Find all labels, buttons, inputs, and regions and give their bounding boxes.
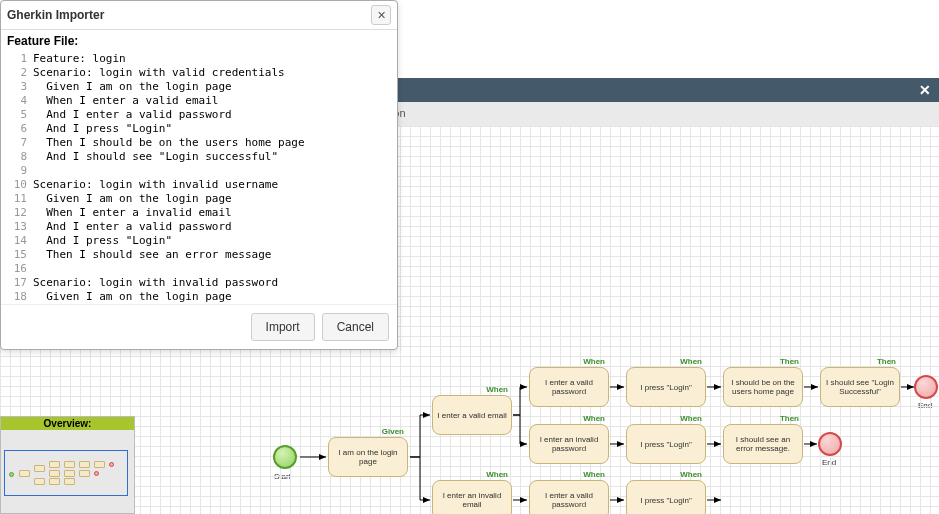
code-text: And I press "Login" [33, 122, 172, 136]
code-text: Then I should see an error message [33, 248, 271, 262]
overview-node [64, 478, 75, 485]
code-line[interactable]: 7 Then I should be on the users home pag… [7, 136, 391, 150]
end-node-1[interactable] [914, 375, 938, 399]
code-text: And I should see "Login successful" [33, 150, 278, 164]
code-line[interactable]: 12 When I enter a invalid email [7, 206, 391, 220]
code-line[interactable]: 10Scenario: login with invalid username [7, 178, 391, 192]
cancel-button[interactable]: Cancel [322, 313, 389, 341]
overview-node [79, 470, 90, 477]
node-type-label: Then [877, 357, 896, 366]
code-text: Scenario: login with invalid password [33, 276, 278, 290]
node-text: I press "Login" [640, 383, 691, 392]
code-text: And I enter a valid password [33, 220, 232, 234]
node-press-login-1[interactable]: When I press "Login" [626, 367, 706, 407]
code-text: When I enter a valid email [33, 94, 218, 108]
node-text: I enter an invalid email [437, 491, 507, 509]
overview-end-icon [94, 471, 99, 476]
line-number: 7 [7, 136, 33, 150]
overview-body[interactable] [1, 430, 134, 514]
line-number: 18 [7, 290, 33, 302]
code-line[interactable]: 2Scenario: login with valid credentials [7, 66, 391, 80]
code-text: And I press "Login" [33, 234, 172, 248]
node-press-login-3[interactable]: When I press "Login" [626, 480, 706, 514]
overview-node [49, 470, 60, 477]
start-node[interactable] [273, 445, 297, 469]
node-type-label: When [680, 470, 702, 479]
line-number: 14 [7, 234, 33, 248]
node-users-home[interactable]: Then I should be on the users home page [723, 367, 803, 407]
node-text: I enter a valid password [534, 378, 604, 396]
overview-start-icon [9, 472, 14, 477]
line-number: 16 [7, 262, 33, 276]
dialog-close-button[interactable]: ✕ [371, 5, 391, 25]
node-type-label: Given [382, 427, 404, 436]
node-invalid-email[interactable]: When I enter an invalid email [432, 480, 512, 514]
dialog-title: Gherkin Importer [7, 8, 104, 22]
code-line[interactable]: 18 Given I am on the login page [7, 290, 391, 302]
code-line[interactable]: 13 And I enter a valid password [7, 220, 391, 234]
node-type-label: When [583, 357, 605, 366]
code-line[interactable]: 16 [7, 262, 391, 276]
overview-node [34, 465, 45, 472]
code-line[interactable]: 8 And I should see "Login successful" [7, 150, 391, 164]
node-valid-password-2[interactable]: When I enter a valid password [529, 480, 609, 514]
code-text: Given I am on the login page [33, 290, 232, 302]
node-login-successful[interactable]: Then I should see "Login Successful" [820, 367, 900, 407]
close-icon[interactable]: ✕ [919, 82, 931, 98]
code-line[interactable]: 5 And I enter a valid password [7, 108, 391, 122]
node-type-label: When [583, 414, 605, 423]
line-number: 4 [7, 94, 33, 108]
node-text: I enter a valid password [534, 491, 604, 509]
code-line[interactable]: 3 Given I am on the login page [7, 80, 391, 94]
line-number: 9 [7, 164, 33, 178]
line-number: 1 [7, 52, 33, 66]
line-number: 13 [7, 220, 33, 234]
node-valid-email[interactable]: When I enter a valid email [432, 395, 512, 435]
code-line[interactable]: 15 Then I should see an error message [7, 248, 391, 262]
end-node-2[interactable] [818, 432, 842, 456]
overview-panel: Overview: [0, 416, 135, 514]
code-line[interactable]: 4 When I enter a valid email [7, 94, 391, 108]
node-invalid-password[interactable]: When I enter an invalid password [529, 424, 609, 464]
line-number: 17 [7, 276, 33, 290]
node-text: I enter a valid email [437, 411, 506, 420]
node-error-message[interactable]: Then I should see an error message. [723, 424, 803, 464]
node-text: I should see an error message. [728, 435, 798, 453]
code-line[interactable]: 1Feature: login [7, 52, 391, 66]
node-type-label: Then [780, 357, 799, 366]
node-valid-password-1[interactable]: When I enter a valid password [529, 367, 609, 407]
dialog-button-row: Import Cancel [1, 304, 397, 349]
node-type-label: When [486, 470, 508, 479]
code-line[interactable]: 6 And I press "Login" [7, 122, 391, 136]
overview-node [34, 478, 45, 485]
line-number: 2 [7, 66, 33, 80]
code-line[interactable]: 17Scenario: login with invalid password [7, 276, 391, 290]
import-button[interactable]: Import [251, 313, 315, 341]
node-text: I enter an invalid password [534, 435, 604, 453]
overview-node [49, 478, 60, 485]
node-text: I press "Login" [640, 496, 691, 505]
overview-node [94, 461, 105, 468]
overview-end-icon [109, 462, 114, 467]
line-number: 11 [7, 192, 33, 206]
node-text: I am on the login page [333, 448, 403, 466]
line-number: 5 [7, 108, 33, 122]
feature-file-label: Feature File: [7, 34, 391, 48]
overview-node [64, 461, 75, 468]
code-text: Then I should be on the users home page [33, 136, 305, 150]
node-given[interactable]: Given I am on the login page [328, 437, 408, 477]
code-text: Given I am on the login page [33, 80, 232, 94]
node-text: I should see "Login Successful" [825, 378, 895, 396]
node-type-label: When [680, 357, 702, 366]
overview-node [19, 470, 30, 477]
feature-file-editor[interactable]: 1Feature: login2Scenario: login with val… [7, 52, 391, 302]
code-line[interactable]: 9 [7, 164, 391, 178]
dialog-titlebar[interactable]: Gherkin Importer ✕ [1, 1, 397, 30]
node-text: I press "Login" [640, 440, 691, 449]
node-type-label: When [680, 414, 702, 423]
node-type-label: When [486, 385, 508, 394]
node-press-login-2[interactable]: When I press "Login" [626, 424, 706, 464]
line-number: 8 [7, 150, 33, 164]
code-line[interactable]: 11 Given I am on the login page [7, 192, 391, 206]
code-line[interactable]: 14 And I press "Login" [7, 234, 391, 248]
